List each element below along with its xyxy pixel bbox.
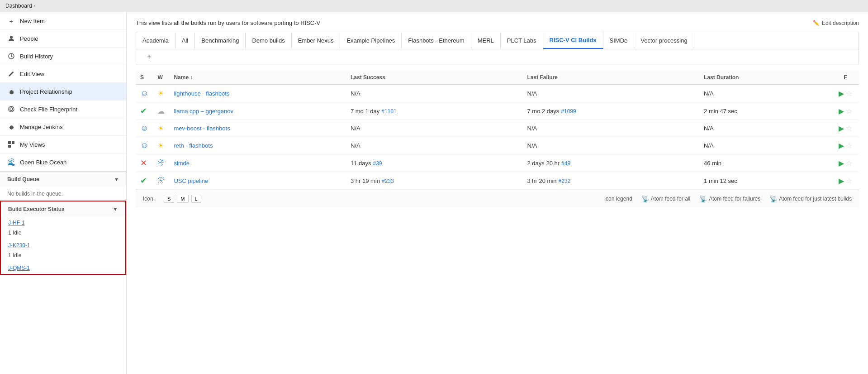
sidebar-item-build-history[interactable]: Build History [0,48,126,65]
atom-feed-all-link[interactable]: 📡 Atom feed for all [641,195,690,202]
tab-example-pipelines[interactable]: Example Pipelines [340,33,402,48]
icon-legend-label: Icon legend [604,196,632,202]
last-failure-cell: N/A [523,137,700,154]
icon-legend-link[interactable]: Icon legend [604,196,632,202]
sidebar-item-my-views[interactable]: My Views [0,136,126,153]
job-link[interactable]: lighthouse - flashbots [174,90,229,97]
tab-flashbots-ethereum[interactable]: Flashbots - Ethereum [402,33,471,48]
add-tab-button[interactable]: + [142,49,157,64]
tab-academia[interactable]: Academia [136,33,175,48]
col-header-name[interactable]: Name ↓ [169,71,346,85]
weather-cell: ⛈ [153,154,169,172]
build-queue-empty: No builds in the queue. [7,191,63,197]
run-button[interactable]: ▶ [839,177,844,185]
table-row: ✔ ☁ llama.cpp – ggerganov 7 mo 1 day#110… [136,102,859,120]
sidebar-label-project-relationship: Project Relationship [20,88,72,95]
run-button[interactable]: ▶ [839,159,844,168]
icon-size-m[interactable]: M [177,195,188,203]
failure-build-link[interactable]: #232 [559,178,571,184]
job-link[interactable]: USC pipeline [174,177,208,184]
breadcrumb-dashboard[interactable]: Dashboard [5,3,32,9]
tab-ember-nexus[interactable]: Ember Nexus [292,33,341,48]
tab-simde[interactable]: SIMDe [603,33,635,48]
favorite-button[interactable]: ☆ [846,124,852,133]
run-button[interactable]: ▶ [839,124,844,133]
atom-feed-latest-link[interactable]: 📡 Atom feed for just latest builds [769,195,852,202]
col-header-last-success: Last Success [346,71,523,85]
tab-merl[interactable]: MERL [471,33,501,48]
executor-jqms-link[interactable]: J-QMS-1 [8,265,30,271]
favorite-button[interactable]: ☆ [846,89,852,98]
build-queue-section: Build Queue ▼ No builds in the queue. [0,171,126,201]
last-success-text: N/A [351,90,360,97]
last-failure-text: 3 hr 20 min [527,177,557,184]
svg-rect-5 [8,145,11,148]
failure-build-link[interactable]: #49 [561,160,570,167]
run-button[interactable]: ▶ [839,89,844,98]
action-cell: ▶ ☆ [832,154,859,172]
favorite-button[interactable]: ☆ [846,141,852,150]
favorite-button[interactable]: ☆ [846,159,852,168]
table-row: ☺ ☀ mev-boost - flashbots N/A N/A N/A ▶ … [136,120,859,137]
weather-cell: ☁ [153,102,169,120]
clock-icon [7,52,15,60]
success-build-link[interactable]: #1101 [381,108,396,115]
sidebar-label-build-history: Build History [20,53,53,60]
icon-size-l[interactable]: L [191,195,201,203]
sidebar-item-edit-view[interactable]: Edit View [0,65,126,83]
last-success-cell: 7 mo 1 day#1101 [346,102,523,120]
table-row: ✕ ⛈ simde 11 days#39 2 days 20 hr#49 46 … [136,154,859,172]
favorite-button[interactable]: ☆ [846,177,852,185]
sidebar-item-new-item[interactable]: + New Item [0,12,126,30]
executor-jhf1-status: 1 Idle [1,229,125,240]
job-link[interactable]: reth - flashbots [174,142,213,149]
job-link[interactable]: mev-boost - flashbots [174,125,230,132]
success-build-link[interactable]: #39 [373,160,382,167]
tab-demo-builds[interactable]: Demo builds [246,33,291,48]
edit-description-label: Edit description [822,20,859,26]
build-executor-section: Build Executor Status ▼ J-HF-1 1 Idle J-… [0,201,126,275]
build-queue-chevron: ▼ [114,177,119,182]
name-cell: USC pipeline [169,172,346,190]
icon-size-s[interactable]: S [164,195,174,203]
tab-plct-labs[interactable]: PLCT Labs [501,33,543,48]
tab-vector-processing[interactable]: Vector processing [634,33,694,48]
name-cell: mev-boost - flashbots [169,120,346,137]
edit-pencil-icon: ✏️ [813,20,820,26]
sidebar-label-open-blue-ocean: Open Blue Ocean [20,159,66,166]
success-build-link[interactable]: #233 [382,178,394,184]
build-executor-chevron: ▼ [113,206,118,212]
tab-benchmarking[interactable]: Benchmarking [195,33,246,48]
sidebar-item-check-file-fingerprint[interactable]: Check File Fingerprint [0,101,126,118]
table-header: S W Name ↓ Last Success Last Failure Las… [136,71,859,85]
atom-feed-failures-link[interactable]: 📡 Atom feed for failures [699,195,760,202]
failure-build-link[interactable]: #1099 [561,108,576,115]
edit-description-button[interactable]: ✏️ Edit description [813,20,859,26]
build-queue-header[interactable]: Build Queue ▼ [0,172,126,187]
last-duration-cell: 46 min [699,154,832,172]
last-success-cell: N/A [346,137,523,154]
run-button[interactable]: ▶ [839,107,844,115]
favorite-button[interactable]: ☆ [846,107,852,115]
job-link[interactable]: simde [174,160,190,167]
job-link[interactable]: llama.cpp – ggerganov [174,108,233,115]
settings-icon [7,123,15,131]
sidebar-item-project-relationship[interactable]: Project Relationship [0,83,126,101]
last-duration-text: N/A [704,125,714,132]
build-executor-label: Build Executor Status [8,206,65,212]
executor-jhf1-link[interactable]: J-HF-1 [8,220,25,226]
description-bar: This view lists all the builds run by us… [136,19,859,26]
build-queue-content: No builds in the queue. [0,187,126,201]
executor-jk230-link[interactable]: J-K230-1 [8,242,30,249]
sidebar-item-people[interactable]: People [0,30,126,48]
sidebar-item-open-blue-ocean[interactable]: 🌊 Open Blue Ocean [0,153,126,171]
sidebar-item-manage-jenkins[interactable]: Manage Jenkins [0,118,126,136]
run-button[interactable]: ▶ [839,141,844,150]
breadcrumb: Dashboard › [0,0,868,12]
tab-riscv-ci-builds[interactable]: RISC-V CI Builds [543,32,603,49]
build-executor-header[interactable]: Build Executor Status ▼ [1,201,125,217]
sidebar-label-edit-view: Edit View [20,71,44,77]
pencil-icon [7,70,15,78]
tab-all[interactable]: All [175,33,195,48]
last-duration-cell: 1 min 12 sec [699,172,832,190]
